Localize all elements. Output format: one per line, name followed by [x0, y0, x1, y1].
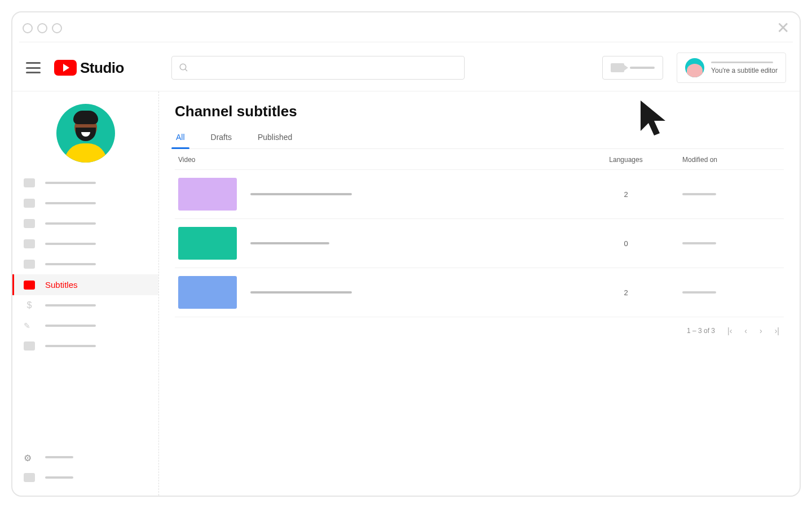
sidebar-item-settings[interactable]: ⚙ [12, 447, 158, 467]
page-next-icon[interactable]: › [760, 326, 762, 335]
tab-drafts[interactable]: Drafts [210, 128, 233, 148]
table-row[interactable]: 0 [175, 219, 784, 268]
table-header: Video Languages Modified on [175, 149, 784, 170]
page-title: Channel subtitles [175, 103, 784, 120]
menu-icon[interactable] [26, 62, 41, 73]
channel-avatar-wrap[interactable] [12, 97, 158, 173]
account-subtitle: You're a subtitle editor [711, 67, 778, 75]
sidebar-item-subtitles[interactable]: Subtitles [12, 274, 158, 295]
sidebar-label-placeholder [45, 345, 96, 347]
playlists-icon [24, 219, 35, 228]
create-label-placeholder [630, 67, 655, 69]
table-header-languages: Languages [581, 156, 671, 164]
sidebar-item-content[interactable] [12, 193, 158, 213]
sidebar-item-audio[interactable] [12, 336, 158, 356]
gear-icon: ⚙ [24, 453, 35, 462]
tab-published[interactable]: Published [257, 128, 294, 148]
svg-point-0 [180, 64, 186, 70]
app-window: ✕ Studio You're a subtitle editor [11, 11, 801, 497]
sidebar: Subtitles $ ✎ ⚙ [12, 91, 159, 496]
nav: Subtitles $ ✎ [12, 173, 158, 356]
analytics-icon [24, 239, 35, 248]
pagination: 1 – 3 of 3 |‹ ‹ › ›| [175, 317, 784, 344]
video-title-placeholder [250, 242, 329, 244]
close-icon[interactable]: ✕ [776, 20, 789, 36]
sidebar-label-placeholder [45, 243, 96, 245]
table-header-video: Video [175, 156, 581, 164]
page-first-icon[interactable]: |‹ [727, 326, 732, 335]
table-row[interactable]: 2 [175, 170, 784, 219]
row-modified-placeholder [682, 193, 716, 195]
svg-line-1 [185, 69, 187, 71]
youtube-icon [54, 60, 77, 76]
logo-text: Studio [80, 59, 124, 77]
header: Studio You're a subtitle editor [12, 45, 800, 91]
nav-bottom: ⚙ [12, 447, 158, 496]
table-row[interactable]: 2 [175, 268, 784, 317]
audio-icon [24, 341, 35, 351]
sidebar-label-placeholder [45, 222, 96, 225]
video-thumbnail [178, 276, 237, 309]
window-controls: ✕ [12, 12, 800, 42]
subtitles-icon [24, 281, 35, 290]
video-title-placeholder [250, 291, 352, 294]
wand-icon: ✎ [24, 321, 35, 330]
sidebar-item-monetization[interactable]: $ [12, 295, 158, 316]
row-modified-placeholder [682, 242, 716, 244]
channel-avatar [56, 104, 115, 163]
sidebar-item-customization[interactable]: ✎ [12, 316, 158, 336]
video-thumbnail [178, 227, 237, 260]
traffic-light-minimize[interactable] [37, 23, 47, 33]
sidebar-label-placeholder [45, 182, 96, 184]
traffic-light-zoom[interactable] [52, 23, 62, 33]
row-languages: 2 [581, 288, 671, 297]
video-title-placeholder [250, 193, 352, 195]
main: Channel subtitles All Drafts Published V… [159, 91, 800, 496]
video-thumbnail [178, 178, 237, 211]
account-switcher[interactable]: You're a subtitle editor [677, 52, 786, 83]
sidebar-item-feedback[interactable] [12, 467, 158, 488]
create-button[interactable] [602, 56, 663, 80]
body: Subtitles $ ✎ ⚙ Channel subtitles All Dr… [12, 91, 800, 496]
sidebar-item-comments[interactable] [12, 254, 158, 274]
sidebar-item-playlists[interactable] [12, 213, 158, 234]
sidebar-label-placeholder [45, 263, 96, 265]
sidebar-label-placeholder [45, 325, 96, 327]
dollar-icon: $ [24, 301, 35, 310]
page-range: 1 – 3 of 3 [687, 327, 715, 335]
feedback-icon [24, 473, 35, 482]
sidebar-item-label: Subtitles [45, 280, 78, 290]
dashboard-icon [24, 178, 35, 187]
camera-icon [611, 63, 624, 72]
search-icon [179, 63, 189, 73]
logo[interactable]: Studio [54, 59, 124, 77]
sidebar-label-placeholder [45, 456, 73, 458]
sidebar-item-analytics[interactable] [12, 234, 158, 254]
account-name-placeholder [711, 62, 773, 63]
row-languages: 2 [581, 190, 671, 199]
avatar-icon [685, 58, 704, 77]
content-icon [24, 199, 35, 208]
sidebar-label-placeholder [45, 476, 73, 479]
traffic-light-close[interactable] [23, 23, 33, 33]
divider [19, 42, 793, 42]
page-last-icon[interactable]: ›| [775, 326, 779, 335]
account-text: You're a subtitle editor [711, 62, 778, 75]
sidebar-item-dashboard[interactable] [12, 173, 158, 193]
comments-icon [24, 260, 35, 269]
sidebar-label-placeholder [45, 202, 96, 204]
page-prev-icon[interactable]: ‹ [744, 326, 747, 335]
row-modified-placeholder [682, 291, 716, 294]
tabs: All Drafts Published [175, 128, 784, 149]
tab-all[interactable]: All [175, 128, 186, 148]
row-languages: 0 [581, 239, 671, 248]
table-header-modified: Modified on [671, 156, 784, 164]
search-input[interactable] [171, 56, 465, 80]
sidebar-label-placeholder [45, 304, 96, 306]
